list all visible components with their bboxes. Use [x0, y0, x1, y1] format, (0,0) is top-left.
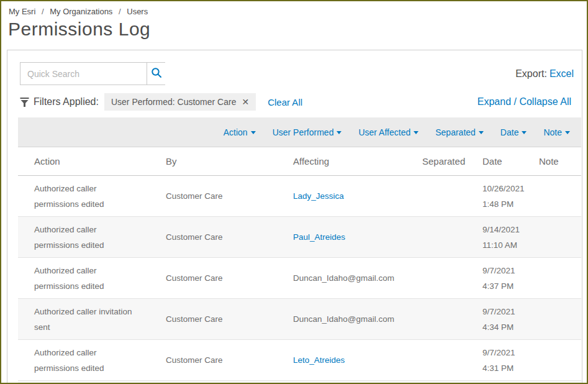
- affecting-cell[interactable]: Paul_Atreides: [293, 232, 345, 242]
- table-header-row: Action By Affecting Separated Date Note: [18, 147, 581, 176]
- table-row: Authorized caller permissions edited Cus…: [18, 176, 581, 217]
- breadcrumb-my-organizations[interactable]: My Organizations: [50, 7, 112, 16]
- column-header-action: Action: [18, 156, 166, 167]
- permissions-log-page: { "page": { "breadcrumb": { "items": ["M…: [0, 0, 588, 384]
- search-icon: [151, 67, 162, 80]
- date-cell: 9/7/2021 4:34 PM: [482, 304, 539, 335]
- time-value: 11:10 AM: [482, 237, 539, 253]
- by-cell: Customer Care: [166, 355, 293, 365]
- date-cell: 10/26/2021 1:48 PM: [482, 181, 539, 212]
- column-header-date: Date: [482, 156, 539, 167]
- time-value: 1:48 PM: [482, 196, 539, 212]
- action-cell: Authorized caller permissions edited: [34, 222, 143, 253]
- date-filter-label: Date: [500, 127, 519, 137]
- affecting-cell[interactable]: Lady_Jessica: [293, 191, 344, 201]
- search-input[interactable]: [20, 63, 147, 85]
- separated-filter-label: Separated: [435, 127, 476, 137]
- table-row: Authorized caller invitation sent Custom…: [18, 299, 581, 340]
- affecting-cell: Duncan_Idaho@gmail.com: [293, 314, 394, 324]
- column-header-by: By: [166, 156, 293, 167]
- chip-close-icon[interactable]: ✕: [242, 98, 249, 106]
- chevron-down-icon: [414, 131, 418, 134]
- export-control: Export:Excel: [515, 68, 574, 80]
- table-row: Authorized caller permissions edited Cus…: [18, 217, 581, 258]
- date-value: 9/14/2021: [482, 222, 539, 237]
- date-filter-menu[interactable]: Date: [500, 127, 527, 137]
- date-cell: 9/7/2021 4:31 PM: [482, 345, 539, 376]
- by-cell: Customer Care: [166, 273, 293, 283]
- breadcrumb: My Esri / My Organizations / Users: [9, 7, 587, 16]
- date-cell: 9/7/2021 4:37 PM: [482, 263, 539, 294]
- date-value: 9/7/2021: [482, 304, 539, 319]
- chevron-down-icon: [565, 131, 570, 134]
- filters-applied-label: Filters Applied:: [34, 96, 99, 107]
- action-cell: Authorized caller permissions edited: [34, 345, 143, 376]
- action-filter-label: Action: [224, 127, 248, 137]
- by-cell: Customer Care: [166, 232, 293, 242]
- by-cell: Customer Care: [166, 191, 293, 201]
- filter-chip-user-performed: User Performed: Customer Care ✕: [104, 93, 256, 111]
- time-value: 4:34 PM: [482, 319, 539, 335]
- user-affected-filter-label: User Affected: [358, 127, 410, 137]
- quick-search: [20, 62, 165, 85]
- action-filter-menu[interactable]: Action: [224, 127, 256, 137]
- chevron-down-icon: [251, 131, 256, 134]
- chevron-down-icon: [337, 131, 341, 134]
- note-filter-menu[interactable]: Note: [543, 127, 570, 137]
- filter-chip-text: User Performed: Customer Care: [111, 97, 237, 107]
- chevron-down-icon: [479, 131, 484, 134]
- toolbar: Export:Excel: [7, 50, 582, 85]
- user-performed-filter-menu[interactable]: User Performed: [273, 127, 342, 137]
- expand-collapse-all-link[interactable]: Expand / Collapse All: [477, 96, 571, 107]
- table-row: Authorized caller permissions edited Cus…: [18, 340, 581, 381]
- by-cell: Customer Care: [166, 314, 293, 324]
- action-cell: Authorized caller permissions edited: [34, 181, 143, 212]
- chevron-down-icon: [522, 131, 527, 134]
- column-header-separated: Separated: [422, 156, 482, 167]
- date-value: 10/26/2021: [482, 181, 539, 196]
- export-label: Export:: [515, 68, 547, 79]
- clear-all-link[interactable]: Clear All: [268, 97, 302, 107]
- breadcrumb-separator: /: [119, 7, 121, 16]
- date-value: 9/7/2021: [482, 263, 539, 278]
- table-row-clipped: [18, 381, 581, 384]
- column-header-note: Note: [539, 156, 581, 167]
- table-body: Authorized caller permissions edited Cus…: [18, 176, 581, 384]
- user-performed-filter-label: User Performed: [273, 127, 334, 137]
- affecting-cell[interactable]: Leto_Atreides: [293, 355, 345, 365]
- filters-applied-row: Filters Applied: User Performed: Custome…: [7, 85, 582, 111]
- filter-funnel-icon: [20, 97, 29, 107]
- breadcrumb-separator: /: [42, 7, 44, 16]
- page-title: Permissions Log: [8, 19, 587, 40]
- date-value: 9/7/2021: [482, 345, 539, 360]
- column-header-affecting: Affecting: [293, 156, 422, 167]
- date-cell: 9/14/2021 11:10 AM: [482, 222, 539, 253]
- separated-filter-menu[interactable]: Separated: [435, 127, 484, 137]
- action-cell: Authorized caller invitation sent: [34, 304, 143, 335]
- search-button[interactable]: [147, 63, 166, 85]
- content-panel: Export:Excel Filters Applied: User Perfo…: [7, 50, 582, 384]
- user-affected-filter-menu[interactable]: User Affected: [358, 127, 418, 137]
- affecting-cell: Duncan_Idaho@gmail.com: [293, 273, 394, 283]
- time-value: 4:31 PM: [482, 360, 539, 376]
- time-value: 4:37 PM: [482, 278, 539, 294]
- export-excel-link[interactable]: Excel: [550, 68, 574, 79]
- breadcrumb-users[interactable]: Users: [127, 7, 148, 16]
- action-cell: Authorized caller permissions edited: [34, 263, 143, 294]
- permissions-log-table: Action User Performed User Affected Sepa…: [18, 117, 581, 384]
- breadcrumb-my-esri[interactable]: My Esri: [9, 7, 35, 16]
- note-filter-label: Note: [543, 127, 562, 137]
- table-row: Authorized caller permissions edited Cus…: [18, 258, 581, 299]
- column-filter-band: Action User Performed User Affected Sepa…: [18, 117, 581, 147]
